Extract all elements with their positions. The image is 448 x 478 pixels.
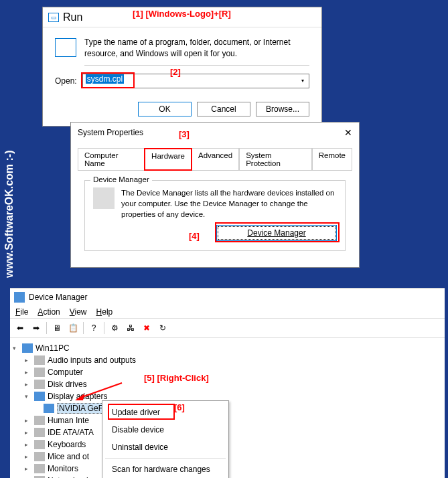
- help-icon[interactable]: ?: [86, 321, 101, 335]
- tab-computer-name[interactable]: Computer Name: [78, 148, 145, 170]
- svg-line-0: [80, 383, 122, 398]
- run-big-icon: [55, 38, 76, 57]
- annotation-2: [2]: [170, 67, 181, 77]
- groupbox-label: Device Manager: [90, 175, 152, 183]
- context-menu: Update driver Disable device Uninstall d…: [102, 400, 229, 478]
- tab-remote[interactable]: Remote: [312, 148, 352, 170]
- ctx-scan[interactable]: Scan for hardware changes: [102, 461, 228, 478]
- open-input[interactable]: sysdm.cpl ▾: [82, 74, 309, 88]
- dropdown-icon[interactable]: ▾: [297, 74, 309, 88]
- back-icon[interactable]: ⬅: [13, 321, 27, 335]
- disable-icon[interactable]: ✖: [139, 321, 154, 335]
- annotation-4: [4]: [189, 231, 200, 241]
- devmgr-icon: [14, 292, 25, 303]
- props-icon[interactable]: 📋: [66, 321, 80, 335]
- svg-marker-1: [75, 394, 84, 400]
- run-title-text: Run: [63, 11, 82, 23]
- arrow-icon: [75, 382, 129, 402]
- ctx-update-driver[interactable]: Update driver: [102, 404, 228, 421]
- uninstall-icon[interactable]: ↻: [155, 321, 170, 335]
- tree-root[interactable]: ▾Win11PC: [13, 342, 442, 354]
- device-manager-icon: [93, 187, 115, 209]
- menu-bar: File Action View Help: [10, 306, 445, 318]
- devmgr-titlebar[interactable]: Device Manager: [10, 289, 445, 306]
- tab-system-protection[interactable]: System Protection: [239, 148, 312, 170]
- menu-file[interactable]: File: [15, 307, 28, 317]
- ok-button[interactable]: OK: [138, 102, 192, 116]
- tab-advanced[interactable]: Advanced: [192, 148, 239, 170]
- ctx-separator: [105, 458, 226, 459]
- refresh-icon[interactable]: 🖧: [123, 321, 138, 335]
- open-label: Open:: [55, 76, 77, 86]
- side-branding: www.SoftwareOK.com :-): [3, 150, 15, 278]
- tree-node-audio[interactable]: ▸Audio inputs and outputs: [13, 354, 442, 366]
- annotation-1: [1] [Windows-Logo]+[R]: [133, 9, 231, 19]
- sysprop-title-text: System Properties: [78, 128, 143, 137]
- menu-view[interactable]: View: [70, 307, 87, 317]
- device-manager-group: Device Manager The Device Manager lists …: [84, 180, 346, 251]
- annotation-5: [5] [Right-Click]: [144, 373, 209, 383]
- tabs: Computer Name Hardware Advanced System P…: [71, 143, 359, 170]
- toolbar: ⬅ ➡ 🖥 📋 ? ⚙ 🖧 ✖ ↻: [10, 318, 445, 338]
- annotation-6: [6]: [174, 402, 185, 412]
- system-properties-dialog: System Properties ✕ Computer Name Hardwa…: [70, 122, 360, 268]
- menu-action[interactable]: Action: [38, 307, 60, 317]
- ctx-disable-device[interactable]: Disable device: [102, 421, 228, 439]
- scan-icon[interactable]: 🖥: [50, 321, 64, 335]
- forward-icon[interactable]: ➡: [29, 321, 44, 335]
- devmgr-title-text: Device Manager: [29, 293, 87, 302]
- device-manager-text: The Device Manager lists all the hardwar…: [121, 187, 337, 220]
- update-icon[interactable]: ⚙: [107, 321, 122, 335]
- run-description: Type the name of a program, folder, docu…: [84, 37, 309, 66]
- run-icon: ▭: [48, 13, 59, 22]
- close-icon[interactable]: ✕: [344, 127, 352, 138]
- tree-node-computer[interactable]: ▸Computer: [13, 366, 442, 378]
- cancel-button[interactable]: Cancel: [197, 102, 250, 116]
- annotation-3: [3]: [179, 129, 190, 139]
- tab-hardware[interactable]: Hardware: [145, 149, 192, 171]
- run-dialog: ▭ Run Type the name of a program, folder…: [42, 7, 322, 127]
- sysprop-titlebar[interactable]: System Properties ✕: [71, 123, 359, 143]
- ctx-uninstall-device[interactable]: Uninstall device: [102, 439, 228, 456]
- browse-button[interactable]: Browse...: [256, 102, 309, 116]
- menu-help[interactable]: Help: [96, 307, 113, 317]
